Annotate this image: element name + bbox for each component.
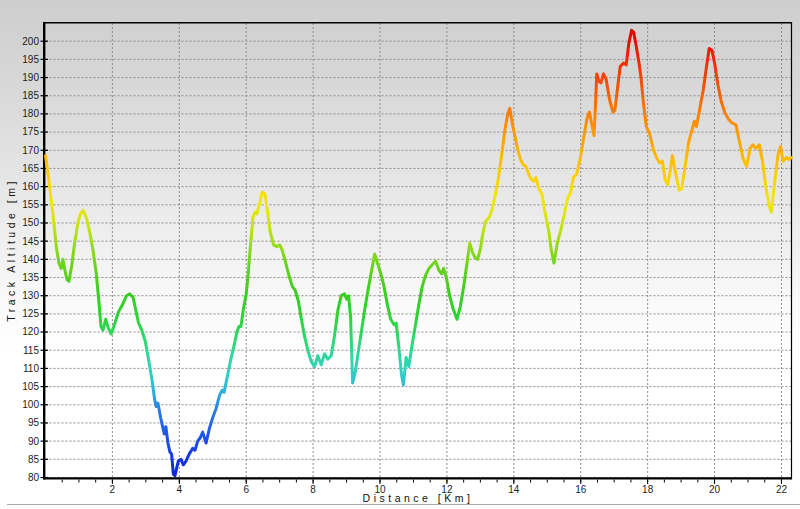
y-tick-label: 150 — [22, 217, 39, 228]
y-tick-label: 190 — [22, 72, 39, 83]
y-tick-label: 80 — [28, 472, 40, 483]
y-tick-label: 145 — [22, 236, 39, 247]
y-axis-title: Track Altitude [m] — [5, 178, 17, 322]
y-tick-label: 165 — [22, 163, 39, 174]
y-tick-label: 200 — [22, 36, 39, 47]
y-tick-label: 195 — [22, 54, 39, 65]
y-tick-label: 175 — [22, 126, 39, 137]
chart-canvas: 2468101214161820228085909510010511011512… — [0, 0, 800, 509]
y-tick-label: 115 — [23, 345, 39, 356]
y-tick-label: 140 — [22, 254, 39, 265]
y-tick-label: 110 — [23, 363, 39, 374]
x-tick-label: 6 — [243, 484, 249, 495]
y-tick-label: 105 — [22, 381, 39, 392]
x-tick-label: 20 — [709, 484, 721, 495]
y-tick-label: 125 — [22, 308, 39, 319]
elevation-profile-chart: 2468101214161820228085909510010511011512… — [0, 0, 800, 509]
y-tick-label: 90 — [28, 436, 40, 447]
y-tick-label: 130 — [22, 290, 39, 301]
axis-layer: 2468101214161820228085909510010511011512… — [22, 22, 792, 495]
x-tick-label: 8 — [310, 484, 316, 495]
x-tick-label: 16 — [575, 484, 587, 495]
y-tick-label: 85 — [28, 454, 40, 465]
line-layer — [46, 30, 792, 475]
y-tick-label: 160 — [22, 181, 39, 192]
y-tick-label: 185 — [22, 90, 39, 101]
y-tick-label: 120 — [22, 326, 39, 337]
y-tick-label: 100 — [22, 399, 39, 410]
y-tick-label: 170 — [22, 145, 39, 156]
y-tick-label: 95 — [28, 417, 40, 428]
x-tick-label: 18 — [642, 484, 654, 495]
grid-layer — [46, 23, 792, 478]
x-tick-label: 4 — [177, 484, 183, 495]
elevation-line — [46, 30, 792, 475]
y-tick-label: 135 — [22, 272, 39, 283]
x-axis-title: Distance [Km] — [363, 492, 474, 504]
window-edge-line — [7, 504, 800, 505]
x-tick-label: 14 — [508, 484, 520, 495]
y-tick-label: 155 — [22, 199, 39, 210]
x-tick-label: 2 — [110, 484, 116, 495]
y-tick-label: 180 — [22, 108, 39, 119]
x-tick-label: 22 — [776, 484, 788, 495]
